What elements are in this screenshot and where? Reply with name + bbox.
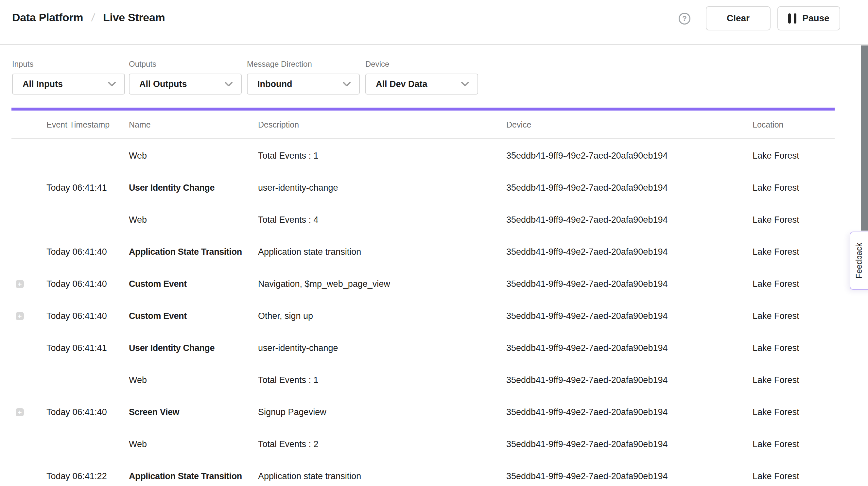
breadcrumb-separator: / <box>91 11 95 24</box>
table-row[interactable]: + Today 06:41:22 Application State Trans… <box>11 460 835 486</box>
question-mark-glyph: ? <box>682 14 686 23</box>
row-description: Total Events : 1 <box>258 375 506 385</box>
row-name: Web <box>129 375 258 385</box>
row-timestamp: Today 06:41:40 <box>46 407 129 417</box>
table-row[interactable]: + Today 06:41:41 User Identity Change us… <box>11 332 835 364</box>
table-row[interactable]: + Today 06:41:40 Custom Event Other, sig… <box>11 300 835 332</box>
table-row[interactable]: + Web Total Events : 1 35eddb41-9ff9-49e… <box>11 140 835 172</box>
inputs-dropdown[interactable]: All Inputs <box>12 73 125 94</box>
row-device: 35eddb41-9ff9-49e2-7aed-20afa90eb194 <box>506 151 752 161</box>
filter-device-label: Device <box>365 60 478 69</box>
table-row[interactable]: + Web Total Events : 1 35eddb41-9ff9-49e… <box>11 364 835 396</box>
table-row[interactable]: + Today 06:41:40 Custom Event Navigation… <box>11 268 835 300</box>
row-location: Lake Forest <box>752 439 835 449</box>
breadcrumb: Data Platform / Live Stream <box>12 11 165 24</box>
table-row[interactable]: + Web Total Events : 4 35eddb41-9ff9-49e… <box>11 204 835 236</box>
expand-button[interactable]: + <box>16 312 24 320</box>
row-timestamp: Today 06:41:41 <box>46 183 129 193</box>
row-name: Custom Event <box>129 311 258 321</box>
row-description: Total Events : 2 <box>258 439 506 449</box>
row-location: Lake Forest <box>752 471 835 481</box>
chevron-down-icon <box>343 82 350 87</box>
plus-icon: + <box>18 313 22 320</box>
table-row[interactable]: + Today 06:41:40 Application State Trans… <box>11 236 835 268</box>
clear-button[interactable]: Clear <box>706 6 771 30</box>
pause-button[interactable]: Pause <box>777 6 840 30</box>
feedback-tab-label: Feedback <box>854 243 864 279</box>
plus-icon: + <box>18 409 22 416</box>
device-dropdown[interactable]: All Dev Data <box>365 73 478 94</box>
row-location: Lake Forest <box>752 247 835 257</box>
clear-button-label: Clear <box>727 13 750 24</box>
row-device: 35eddb41-9ff9-49e2-7aed-20afa90eb194 <box>506 247 752 257</box>
row-description: Application state transition <box>258 471 506 481</box>
row-location: Lake Forest <box>752 215 835 225</box>
row-description: Other, sign up <box>258 311 506 321</box>
filter-outputs-label: Outputs <box>129 60 242 69</box>
help-icon[interactable]: ? <box>679 13 690 25</box>
device-dropdown-value: All Dev Data <box>376 79 428 89</box>
row-location: Lake Forest <box>752 343 835 353</box>
filter-message-direction-label: Message Direction <box>247 60 360 69</box>
table-row[interactable]: + Today 06:41:41 User Identity Change us… <box>11 172 835 204</box>
outputs-dropdown[interactable]: All Outputs <box>129 73 242 94</box>
event-table-header: Event Timestamp Name Description Device … <box>11 111 835 139</box>
top-bar: Data Platform / Live Stream ? Clear Paus… <box>0 0 868 45</box>
event-table-body: + Web Total Events : 1 35eddb41-9ff9-49e… <box>11 140 835 486</box>
column-location: Location <box>752 120 835 129</box>
row-location: Lake Forest <box>752 407 835 417</box>
row-name: Application State Transition <box>129 471 258 481</box>
expand-button[interactable]: + <box>16 408 24 416</box>
row-name: Custom Event <box>129 279 258 289</box>
pause-icon <box>788 13 796 24</box>
row-name: Web <box>129 439 258 449</box>
row-device: 35eddb41-9ff9-49e2-7aed-20afa90eb194 <box>506 375 752 385</box>
breadcrumb-data-platform[interactable]: Data Platform <box>12 11 83 24</box>
row-device: 35eddb41-9ff9-49e2-7aed-20afa90eb194 <box>506 343 752 353</box>
filter-inputs: Inputs All Inputs <box>12 60 125 94</box>
filter-device: Device All Dev Data <box>365 60 478 94</box>
row-device: 35eddb41-9ff9-49e2-7aed-20afa90eb194 <box>506 215 752 225</box>
row-name: Application State Transition <box>129 247 258 257</box>
page-title: Live Stream <box>103 11 165 24</box>
row-description: Total Events : 1 <box>258 151 506 161</box>
column-event-timestamp: Event Timestamp <box>46 120 129 129</box>
row-name: Web <box>129 151 258 161</box>
feedback-tab[interactable]: Feedback <box>850 232 868 290</box>
row-timestamp: Today 06:41:40 <box>46 279 129 289</box>
message-direction-dropdown[interactable]: Inbound <box>247 73 360 94</box>
row-name: Screen View <box>129 407 258 417</box>
table-row[interactable]: + Today 06:41:40 Screen View Signup Page… <box>11 396 835 428</box>
row-location: Lake Forest <box>752 279 835 289</box>
row-location: Lake Forest <box>752 151 835 161</box>
inputs-dropdown-value: All Inputs <box>23 79 63 89</box>
row-device: 35eddb41-9ff9-49e2-7aed-20afa90eb194 <box>506 279 752 289</box>
vertical-scrollbar-thumb[interactable] <box>861 45 868 231</box>
row-timestamp: Today 06:41:40 <box>46 311 129 321</box>
live-stream-progress-bar <box>11 108 835 111</box>
row-description: Navigation, $mp_web_page_view <box>258 279 506 289</box>
row-description: Total Events : 4 <box>258 215 506 225</box>
row-location: Lake Forest <box>752 183 835 193</box>
chevron-down-icon <box>108 82 116 87</box>
filter-message-direction: Message Direction Inbound <box>247 60 360 94</box>
row-device: 35eddb41-9ff9-49e2-7aed-20afa90eb194 <box>506 471 752 481</box>
expand-button[interactable]: + <box>16 280 24 288</box>
chevron-down-icon <box>461 82 469 87</box>
row-name: User Identity Change <box>129 183 258 193</box>
filter-inputs-label: Inputs <box>12 60 125 69</box>
row-device: 35eddb41-9ff9-49e2-7aed-20afa90eb194 <box>506 439 752 449</box>
pause-button-label: Pause <box>802 13 829 24</box>
plus-icon: + <box>18 281 22 287</box>
column-device: Device <box>506 120 752 129</box>
column-description: Description <box>258 120 506 129</box>
row-device: 35eddb41-9ff9-49e2-7aed-20afa90eb194 <box>506 407 752 417</box>
row-device: 35eddb41-9ff9-49e2-7aed-20afa90eb194 <box>506 311 752 321</box>
row-location: Lake Forest <box>752 375 835 385</box>
message-direction-dropdown-value: Inbound <box>257 79 292 89</box>
row-description: user-identity-change <box>258 183 506 193</box>
outputs-dropdown-value: All Outputs <box>139 79 187 89</box>
row-device: 35eddb41-9ff9-49e2-7aed-20afa90eb194 <box>506 183 752 193</box>
chevron-down-icon <box>225 82 232 87</box>
table-row[interactable]: + Web Total Events : 2 35eddb41-9ff9-49e… <box>11 428 835 460</box>
